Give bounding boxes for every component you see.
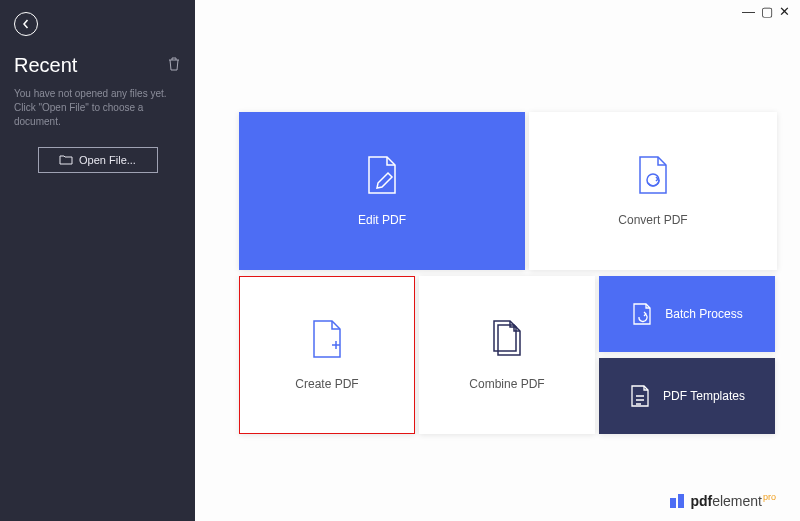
edit-pdf-icon [365,155,399,195]
batch-process-tile[interactable]: Batch Process [599,276,775,352]
window-controls: — ▢ ✕ [195,0,800,22]
sidebar: Recent You have not opened any files yet… [0,0,195,521]
combine-pdf-tile[interactable]: Combine PDF [419,276,595,434]
convert-pdf-icon [636,155,670,195]
chevron-left-icon [21,19,31,29]
combine-pdf-icon [490,319,524,359]
recent-empty-message: You have not opened any files yet. Click… [14,87,181,129]
recent-title: Recent [14,54,77,77]
batch-process-label: Batch Process [665,307,742,321]
minimize-button[interactable]: — [742,4,755,19]
create-pdf-label: Create PDF [295,377,358,391]
convert-pdf-tile[interactable]: Convert PDF [529,112,777,270]
trash-icon [167,56,181,72]
create-pdf-tile[interactable]: Create PDF [239,276,415,434]
close-button[interactable]: ✕ [779,4,790,19]
maximize-button[interactable]: ▢ [761,4,773,19]
main-area: — ▢ ✕ Edit PDF [195,0,800,521]
edit-pdf-tile[interactable]: Edit PDF [239,112,525,270]
convert-pdf-label: Convert PDF [618,213,687,227]
folder-icon [59,154,73,166]
combine-pdf-label: Combine PDF [469,377,544,391]
back-button[interactable] [14,12,38,36]
clear-recent-button[interactable] [167,56,181,76]
pdf-templates-tile[interactable]: PDF Templates [599,358,775,434]
edit-pdf-label: Edit PDF [358,213,406,227]
pdf-templates-label: PDF Templates [663,389,745,403]
create-pdf-icon [310,319,344,359]
brand-logo-icon [670,494,684,508]
tile-grid: Edit PDF Convert PDF [239,112,779,434]
open-file-button[interactable]: Open File... [38,147,158,173]
brand-name: pdfelementpro [690,492,776,509]
brand-footer: pdfelementpro [670,492,776,509]
pdf-templates-icon [629,383,651,409]
batch-process-icon [631,301,653,327]
open-file-label: Open File... [79,154,136,166]
